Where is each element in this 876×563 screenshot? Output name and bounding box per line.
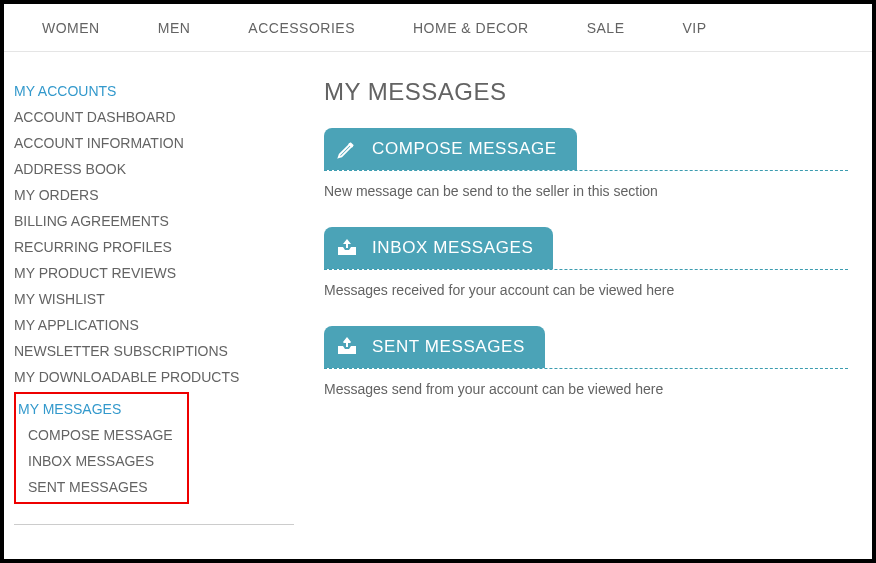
page-title: MY MESSAGES [324, 78, 848, 106]
nav-men[interactable]: MEN [158, 20, 191, 36]
sent-desc: Messages send from your account can be v… [324, 369, 848, 397]
sidebar-item-applications[interactable]: MY APPLICATIONS [14, 312, 294, 338]
sidebar-item-recurring-profiles[interactable]: RECURRING PROFILES [14, 234, 294, 260]
compose-message-button[interactable]: COMPOSE MESSAGE [324, 128, 577, 170]
compose-label: COMPOSE MESSAGE [372, 139, 557, 159]
inbox-icon [334, 235, 360, 261]
main-content: MY MESSAGES COMPOSE MESSAGE New message … [294, 78, 848, 525]
account-sidebar: MY ACCOUNTS ACCOUNT DASHBOARD ACCOUNT IN… [14, 78, 294, 525]
sidebar-item-product-reviews[interactable]: MY PRODUCT REVIEWS [14, 260, 294, 286]
top-nav: WOMEN MEN ACCESSORIES HOME & DECOR SALE … [4, 4, 872, 52]
nav-sale[interactable]: SALE [587, 20, 625, 36]
inbox-desc: Messages received for your account can b… [324, 270, 848, 298]
sidebar-item-compose-message[interactable]: COMPOSE MESSAGE [16, 422, 181, 448]
sidebar-item-my-accounts[interactable]: MY ACCOUNTS [14, 78, 294, 104]
sidebar-item-downloadable[interactable]: MY DOWNLOADABLE PRODUCTS [14, 364, 294, 390]
sidebar-item-billing-agreements[interactable]: BILLING AGREEMENTS [14, 208, 294, 234]
sidebar-item-wishlist[interactable]: MY WISHLIST [14, 286, 294, 312]
sidebar-divider [14, 524, 294, 525]
inbox-label: INBOX MESSAGES [372, 238, 533, 258]
block-inbox: INBOX MESSAGES Messages received for you… [324, 227, 848, 298]
nav-accessories[interactable]: ACCESSORIES [248, 20, 355, 36]
sidebar-item-account-info[interactable]: ACCOUNT INFORMATION [14, 130, 294, 156]
inbox-messages-button[interactable]: INBOX MESSAGES [324, 227, 553, 269]
sent-label: SENT MESSAGES [372, 337, 525, 357]
nav-home-decor[interactable]: HOME & DECOR [413, 20, 529, 36]
highlight-region: MY MESSAGES COMPOSE MESSAGE INBOX MESSAG… [14, 392, 189, 504]
block-compose: COMPOSE MESSAGE New message can be send … [324, 128, 848, 199]
sidebar-item-my-messages[interactable]: MY MESSAGES [16, 396, 181, 422]
sidebar-item-sent-messages[interactable]: SENT MESSAGES [16, 474, 181, 500]
sidebar-item-inbox-messages[interactable]: INBOX MESSAGES [16, 448, 181, 474]
nav-vip[interactable]: VIP [682, 20, 706, 36]
sent-messages-button[interactable]: SENT MESSAGES [324, 326, 545, 368]
block-sent: SENT MESSAGES Messages send from your ac… [324, 326, 848, 397]
nav-women[interactable]: WOMEN [42, 20, 100, 36]
sidebar-item-my-orders[interactable]: MY ORDERS [14, 182, 294, 208]
sidebar-item-address-book[interactable]: ADDRESS BOOK [14, 156, 294, 182]
compose-desc: New message can be send to the seller in… [324, 171, 848, 199]
sidebar-item-newsletter[interactable]: NEWSLETTER SUBSCRIPTIONS [14, 338, 294, 364]
sidebar-item-dashboard[interactable]: ACCOUNT DASHBOARD [14, 104, 294, 130]
pencil-icon [334, 136, 360, 162]
outbox-icon [334, 334, 360, 360]
